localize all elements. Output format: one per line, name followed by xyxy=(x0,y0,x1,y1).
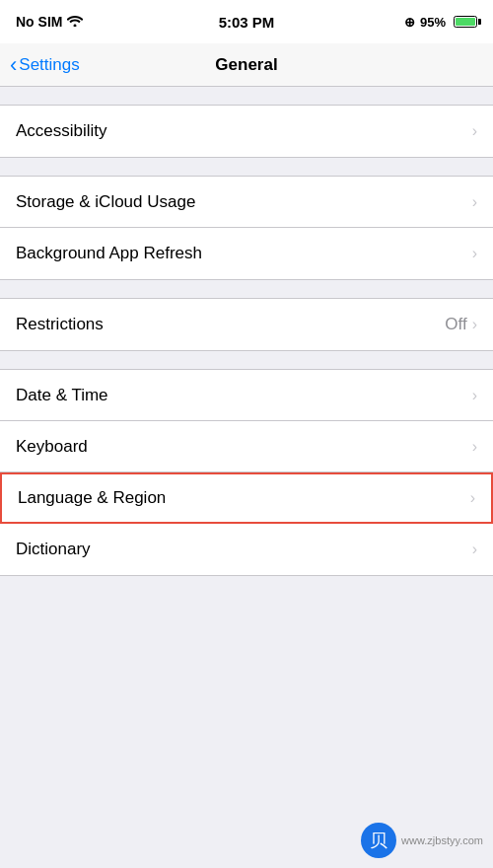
page-title: General xyxy=(215,55,277,75)
settings-container: Accessibility›Storage & iCloud Usage›Bac… xyxy=(0,87,493,576)
battery-icon xyxy=(454,16,477,28)
row-right-dictionary: › xyxy=(472,541,477,558)
chevron-right-icon: › xyxy=(472,438,477,456)
chevron-right-icon: › xyxy=(470,489,475,507)
row-right-accessibility: › xyxy=(472,122,477,140)
location-icon: ⊕ xyxy=(404,15,415,30)
carrier-label: No SIM xyxy=(16,14,62,30)
settings-row-background-app-refresh[interactable]: Background App Refresh› xyxy=(0,228,493,279)
settings-row-accessibility[interactable]: Accessibility› xyxy=(0,106,493,157)
chevron-right-icon: › xyxy=(472,245,477,262)
chevron-right-icon: › xyxy=(472,316,477,333)
row-right-storage-icloud: › xyxy=(472,193,477,211)
wifi-icon xyxy=(67,14,83,30)
row-right-keyboard: › xyxy=(472,438,477,456)
back-button[interactable]: ‹ Settings xyxy=(10,54,80,76)
settings-row-date-time[interactable]: Date & Time› xyxy=(0,370,493,421)
row-label-keyboard: Keyboard xyxy=(16,437,88,457)
row-label-language-region: Language & Region xyxy=(18,488,166,508)
nav-bar: ‹ Settings General xyxy=(0,43,493,87)
back-chevron-icon: ‹ xyxy=(10,54,17,76)
row-label-date-time: Date & Time xyxy=(16,386,108,405)
row-label-accessibility: Accessibility xyxy=(16,121,107,141)
chevron-right-icon: › xyxy=(472,541,477,558)
row-right-date-time: › xyxy=(472,387,477,404)
row-value-restrictions: Off xyxy=(445,315,466,334)
watermark-text: www.zjbstyy.com xyxy=(401,834,483,846)
settings-row-restrictions[interactable]: RestrictionsOff› xyxy=(0,299,493,350)
row-right-language-region: › xyxy=(470,489,475,507)
settings-row-language-region[interactable]: Language & Region› xyxy=(0,472,493,524)
status-time: 5:03 PM xyxy=(219,14,275,31)
section-gap-0 xyxy=(0,87,493,105)
chevron-right-icon: › xyxy=(472,387,477,404)
section-gap-2 xyxy=(0,280,493,298)
status-bar: No SIM 5:03 PM ⊕ 95% xyxy=(0,0,493,43)
section-gap-1 xyxy=(0,158,493,176)
row-label-dictionary: Dictionary xyxy=(16,540,91,559)
row-label-restrictions: Restrictions xyxy=(16,315,104,334)
row-right-background-app-refresh: › xyxy=(472,245,477,262)
settings-row-storage-icloud[interactable]: Storage & iCloud Usage› xyxy=(0,177,493,228)
section-section2: Storage & iCloud Usage›Background App Re… xyxy=(0,176,493,280)
section-section1: Accessibility› xyxy=(0,105,493,158)
status-left: No SIM xyxy=(16,14,114,30)
row-label-storage-icloud: Storage & iCloud Usage xyxy=(16,192,195,212)
row-right-restrictions: Off› xyxy=(445,315,477,334)
settings-row-dictionary[interactable]: Dictionary› xyxy=(0,524,493,575)
section-section4: Date & Time›Keyboard›Language & Region›D… xyxy=(0,369,493,576)
row-label-background-app-refresh: Background App Refresh xyxy=(16,244,202,263)
section-gap-3 xyxy=(0,351,493,369)
section-section3: RestrictionsOff› xyxy=(0,298,493,351)
chevron-right-icon: › xyxy=(472,193,477,211)
status-right: ⊕ 95% xyxy=(379,15,477,30)
watermark: 贝 www.zjbstyy.com xyxy=(361,823,483,858)
battery-percent: 95% xyxy=(420,15,446,30)
watermark-logo: 贝 xyxy=(361,823,396,858)
back-label: Settings xyxy=(19,55,79,75)
settings-row-keyboard[interactable]: Keyboard› xyxy=(0,421,493,472)
chevron-right-icon: › xyxy=(472,122,477,140)
